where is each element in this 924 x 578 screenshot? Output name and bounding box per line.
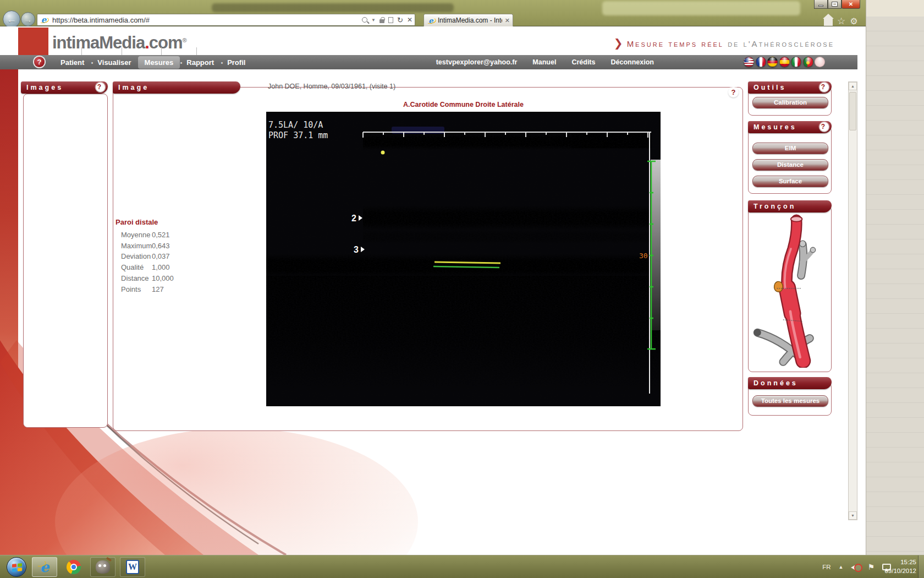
marker-2-label: 2 (351, 214, 356, 223)
page-scrollbar[interactable]: ▲ ▼ (848, 81, 857, 520)
artery-diagram[interactable] (751, 208, 828, 368)
background-window (866, 0, 924, 555)
internet-explorer-icon: e (37, 559, 52, 575)
site-tagline: ❯ Mesure temps réel de l'Athérosclérose (614, 36, 834, 50)
eim-button[interactable]: EIM (752, 143, 828, 154)
images-panel-title: Images (26, 84, 63, 91)
window-controls: ✕ (814, 0, 860, 9)
site-logo[interactable]: intimaMedia.com® (52, 33, 187, 53)
search-icon[interactable] (362, 17, 367, 23)
flag-it-icon[interactable] (791, 57, 801, 67)
windows-taskbar: e FR ▲ ⚑ 15:25 09/10/2012 (0, 555, 924, 578)
distance-button[interactable]: Distance (752, 159, 828, 171)
nav-item-mesures[interactable]: Mesures (138, 56, 180, 69)
tab-close-icon[interactable]: ✕ (505, 17, 510, 24)
outils-help-icon[interactable] (820, 83, 829, 92)
measurement-label: Deviation (116, 251, 152, 262)
nav-link-deconnexion[interactable]: Déconnexion (611, 58, 654, 66)
measurement-row: Points127 (116, 284, 174, 295)
browser-chrome: ← → e ▼ ↻ ✕ e IntimaMedia.com - Intellig… (0, 0, 866, 26)
measurement-value: 127 (152, 285, 164, 293)
action-center-flag-icon[interactable]: ⚑ (867, 563, 875, 571)
tray-expand-icon[interactable]: ▲ (839, 564, 844, 570)
tab-favicon: e (427, 17, 435, 25)
maximize-icon (832, 2, 837, 6)
site-favicon: e (40, 16, 48, 24)
ultrasound-image[interactable]: 7.5LA/ 10/A PROF 37.1 mm 2 3 (266, 112, 661, 408)
toutes-les-mesures-button[interactable]: Toutes les mesures (752, 395, 828, 407)
flag-de-icon[interactable] (767, 57, 778, 67)
flag-fr-icon[interactable] (756, 57, 766, 67)
taskbar-ie-button[interactable]: e (32, 557, 57, 577)
home-icon[interactable] (824, 19, 833, 26)
scroll-up-button[interactable]: ▲ (849, 82, 857, 90)
image-panel-title: Image (118, 84, 149, 91)
marker-3-label: 3 (354, 245, 359, 254)
mesures-help-icon[interactable] (820, 122, 829, 132)
taskbar-word-button[interactable] (120, 557, 145, 577)
images-help-icon[interactable] (96, 83, 105, 92)
taskbar-gimp-button[interactable] (90, 557, 116, 577)
surface-button[interactable]: Surface (752, 176, 828, 187)
taskbar-clock[interactable]: 15:25 09/10/2012 (884, 558, 916, 575)
browser-toolbar-icons: ☆ ⚙ (824, 15, 858, 27)
url-input[interactable] (51, 15, 362, 25)
minimize-button[interactable] (814, 0, 828, 9)
windows-logo-icon (12, 563, 22, 572)
calibration-button[interactable]: Calibration (752, 97, 828, 108)
measurement-value: 0,037 (152, 252, 170, 260)
browser-forward-button[interactable]: → (21, 12, 35, 26)
measurements-block: Paroi distale Moyenne0,521 Maximum0,643 … (116, 218, 174, 295)
maximize-button[interactable] (828, 0, 842, 9)
flag-es-icon[interactable] (779, 57, 790, 67)
scroll-down-button[interactable]: ▼ (849, 511, 857, 520)
measurement-row: Deviation0,037 (116, 251, 174, 262)
measurement-label: Points (116, 284, 152, 295)
tagline-arrow-icon: ❯ (614, 37, 623, 49)
show-desktop-button[interactable] (918, 555, 924, 578)
webpage: intimaMedia.com® ❯ Mesure temps réel de … (0, 26, 857, 555)
nav-item-profil[interactable]: Profil (221, 56, 252, 69)
minimize-icon (818, 5, 823, 7)
browser-back-button[interactable]: ← (3, 10, 20, 28)
redacted-id-blob (392, 127, 444, 134)
nav-link-credits[interactable]: Crédits (571, 58, 595, 66)
favorites-star-icon[interactable]: ☆ (837, 15, 845, 27)
language-indicator[interactable]: FR (822, 564, 831, 570)
nav-item-visualiser[interactable]: Visualiser (91, 56, 138, 69)
scrollbar-thumb[interactable] (849, 92, 856, 130)
donnees-panel-tab: Données (748, 377, 832, 389)
nav-separator (196, 47, 197, 55)
user-email: testvpexplorer@yahoo.fr (436, 58, 518, 66)
nav-help-icon[interactable] (34, 57, 45, 67)
dropdown-caret-icon[interactable]: ▼ (371, 18, 376, 23)
nav-item-rapport[interactable]: Rapport (180, 56, 221, 69)
refresh-icon[interactable]: ↻ (397, 16, 403, 24)
flag-inactive-icon (815, 57, 825, 67)
eim-yellow-line (435, 262, 501, 263)
logo-dot: . (145, 33, 149, 52)
nav-item-patient[interactable]: Patient (54, 56, 91, 69)
screen: ← → e ▼ ↻ ✕ e IntimaMedia.com - Intellig… (0, 0, 924, 578)
flag-us-icon[interactable] (744, 57, 754, 67)
nav-link-manuel[interactable]: Manuel (532, 58, 556, 66)
stop-icon[interactable]: ✕ (407, 16, 413, 24)
image-panel-tab: Image (113, 81, 240, 94)
nav-separator (122, 47, 122, 55)
start-button[interactable] (7, 557, 26, 577)
system-tray: FR ▲ ⚑ (822, 555, 891, 578)
flag-pt-icon[interactable] (803, 57, 813, 67)
volume-muted-icon[interactable] (851, 563, 860, 571)
logo-registered-mark: ® (183, 37, 187, 43)
image-help-icon[interactable] (728, 87, 739, 97)
address-bar[interactable]: e ▼ ↻ ✕ (37, 14, 415, 26)
donnees-panel-title: Données (754, 379, 798, 387)
lock-icon (380, 19, 384, 23)
back-arrow-icon: ← (7, 14, 16, 25)
tools-gear-icon[interactable]: ⚙ (850, 16, 857, 26)
compatibility-icon[interactable] (388, 17, 393, 23)
taskbar-chrome-button[interactable] (62, 557, 86, 577)
browser-tab[interactable]: e IntimaMedia.com - Intellig... ✕ (424, 14, 513, 26)
close-button[interactable]: ✕ (842, 0, 860, 9)
measurement-value: 10,000 (152, 274, 174, 282)
